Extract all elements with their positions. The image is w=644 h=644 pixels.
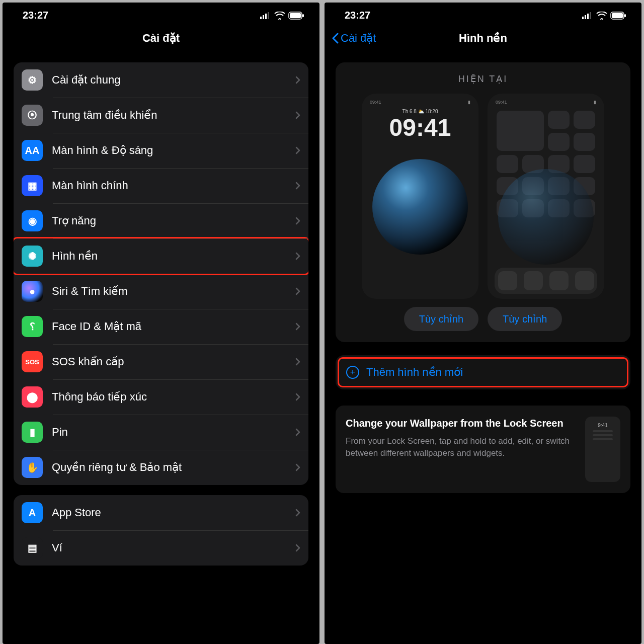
cellular-icon [582,12,593,19]
svg-rect-13 [624,14,626,17]
nav-bar: Cài đặt [3,24,319,52]
settings-group-2: AApp Store▤Ví [14,495,308,566]
settings-row-display[interactable]: AAMàn hình & Độ sáng [14,133,308,168]
svg-rect-3 [268,12,269,19]
row-label: Quyền riêng tư & Bảo mật [52,461,295,474]
svg-rect-7 [582,17,584,19]
siri-icon: ● [22,281,43,302]
chevron-right-icon [295,544,300,552]
back-button[interactable]: Cài đặt [332,32,376,45]
customize-lock-button[interactable]: Tùy chỉnh [404,307,478,331]
row-label: Màn hình chính [52,179,295,192]
settings-row-home-screen[interactable]: ▦Màn hình chính [14,168,308,203]
lock-time: 09:41 [362,114,478,141]
settings-row-privacy[interactable]: ✋Quyền riêng tư & Bảo mật [14,450,308,485]
settings-row-wallet[interactable]: ▤Ví [14,530,308,566]
page-title: Cài đặt [142,32,180,45]
status-bar: 23:27 [325,3,641,24]
current-wallpaper-panel: HIỆN TẠI 09:41▮ Th 6 8 ⛅ 18:20 09:41 09:… [336,62,630,342]
settings-row-wallpaper[interactable]: ✺Hình nền [14,237,308,275]
home-screen-preview[interactable]: 09:41▮ [488,94,604,299]
customize-home-button[interactable]: Tùy chỉnh [488,307,562,331]
settings-content[interactable]: ⚙︎Cài đặt chung⦿Trung tâm điều khiểnAAMà… [3,52,319,644]
status-time: 23:27 [345,10,370,21]
phone-right: 23:27 Cài đặt Hình nền HIỆN TẠI 09:41▮ T… [325,3,641,644]
chevron-right-icon [295,358,300,366]
chevron-right-icon [295,217,300,225]
control-center-icon: ⦿ [22,105,43,126]
svg-rect-5 [290,13,301,18]
chevron-right-icon [295,76,300,84]
svg-rect-2 [265,14,267,19]
settings-row-control-center[interactable]: ⦿Trung tâm điều khiển [14,98,308,133]
wallpaper-icon: ✺ [22,246,43,267]
back-label: Cài đặt [341,32,376,45]
chevron-right-icon [295,323,300,331]
tip-description: From your Lock Screen, tap and hold to a… [346,435,575,459]
nav-bar: Cài đặt Hình nền [325,24,641,52]
row-label: SOS khẩn cấp [52,355,295,368]
settings-row-accessibility[interactable]: ◉Trợ năng [14,203,308,238]
accessibility-icon: ◉ [22,210,43,231]
plus-circle-icon: + [346,366,359,379]
settings-row-general[interactable]: ⚙︎Cài đặt chung [14,62,308,98]
tip-title: Change your Wallpaper from the Lock Scre… [346,417,575,430]
home-screen-icon: ▦ [22,175,43,196]
page-title: Hình nền [459,32,507,45]
row-label: Pin [52,426,295,439]
svg-rect-1 [263,15,264,19]
row-label: Màn hình & Độ sáng [52,144,295,157]
wallpaper-content[interactable]: HIỆN TẠI 09:41▮ Th 6 8 ⛅ 18:20 09:41 09:… [325,52,641,644]
wallpaper-previews: 09:41▮ Th 6 8 ⛅ 18:20 09:41 09:41▮ [345,94,621,299]
svg-rect-6 [302,14,304,17]
row-label: Hình nền [52,250,295,263]
tip-thumbnail: 9:41 [585,417,620,482]
settings-row-battery[interactable]: ▮Pin [14,415,308,450]
settings-row-exposure[interactable]: ⬤Thông báo tiếp xúc [14,379,308,415]
chevron-right-icon [295,111,300,119]
row-label: Ví [52,541,295,554]
display-icon: AA [22,140,43,161]
svg-rect-8 [585,15,586,19]
svg-rect-9 [587,14,589,19]
chevron-right-icon [295,428,300,436]
row-label: App Store [52,506,295,519]
tip-panel: Change your Wallpaper from the Lock Scre… [336,406,630,493]
chevron-right-icon [295,393,300,401]
wifi-icon [274,12,285,20]
chevron-right-icon [295,509,300,517]
settings-row-appstore[interactable]: AApp Store [14,495,308,530]
wifi-icon [596,12,607,20]
status-indicators [582,12,626,20]
row-label: Face ID & Mật mã [52,320,295,333]
privacy-icon: ✋ [22,457,43,478]
status-time: 23:27 [23,10,48,21]
settings-group-1: ⚙︎Cài đặt chung⦿Trung tâm điều khiểnAAMà… [14,62,308,485]
settings-row-sos[interactable]: SOSSOS khẩn cấp [14,344,308,379]
phone-left: 23:27 Cài đặt ⚙︎Cài đặt chung⦿Trung tâm … [3,3,319,644]
customize-row: Tùy chỉnh Tùy chỉnh [345,307,621,331]
add-wallpaper-label: Thêm hình nền mới [366,366,463,379]
add-wallpaper-button[interactable]: + Thêm hình nền mới [338,357,628,387]
general-icon: ⚙︎ [22,69,43,91]
status-indicators [260,12,304,20]
chevron-right-icon [295,146,300,154]
status-bar: 23:27 [3,3,319,24]
chevron-right-icon [295,182,300,190]
battery-icon: ▮ [22,422,43,443]
add-wallpaper-panel: + Thêm hình nền mới [336,355,630,389]
sos-icon: SOS [22,351,43,372]
row-label: Thông báo tiếp xúc [52,390,295,404]
chevron-right-icon [295,252,300,260]
earth-icon [372,159,468,255]
exposure-icon: ⬤ [22,386,43,408]
svg-rect-10 [590,12,591,19]
settings-row-faceid[interactable]: ⸮Face ID & Mật mã [14,309,308,344]
chevron-right-icon [295,287,300,295]
settings-row-siri[interactable]: ●Siri & Tìm kiếm [14,274,308,309]
lock-screen-preview[interactable]: 09:41▮ Th 6 8 ⛅ 18:20 09:41 [362,94,478,299]
tip-thumb-time: 9:41 [598,423,607,428]
chevron-right-icon [295,463,300,471]
svg-rect-12 [612,13,623,18]
earth-icon [498,169,594,265]
